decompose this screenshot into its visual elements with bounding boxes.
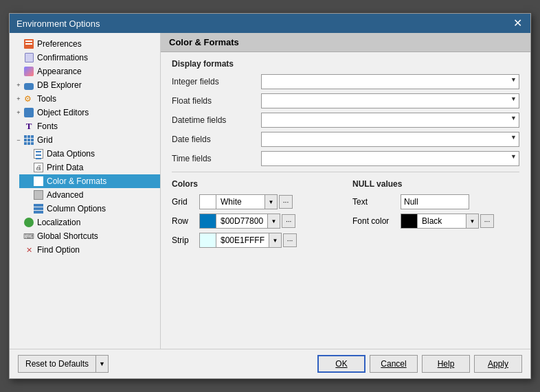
section-header: Color & Formats bbox=[161, 33, 530, 52]
grid-color-ellipsis-btn[interactable]: ··· bbox=[279, 195, 293, 209]
null-font-color-selector[interactable]: Black ▼ bbox=[401, 214, 479, 229]
datetime-fields-select[interactable] bbox=[261, 113, 519, 128]
expand-spacer bbox=[23, 163, 33, 172]
expand-spacer bbox=[23, 204, 33, 214]
sidebar-item-preferences[interactable]: Preferences bbox=[10, 37, 160, 51]
display-formats-title: Display formats bbox=[172, 59, 519, 69]
help-button[interactable]: Help bbox=[422, 355, 470, 373]
find-option-icon: ✕ bbox=[23, 244, 34, 255]
expand-spacer bbox=[14, 67, 23, 76]
null-values-title: NULL values bbox=[352, 179, 519, 189]
action-buttons: OK Cancel Help Apply bbox=[317, 355, 522, 373]
date-fields-select[interactable] bbox=[261, 132, 519, 147]
sidebar-item-appearance[interactable]: Appearance bbox=[10, 65, 160, 78]
sidebar-item-object-editors[interactable]: + Object Editors bbox=[10, 106, 160, 119]
sidebar-item-column-options[interactable]: Column Options bbox=[19, 202, 160, 216]
grid-icon bbox=[23, 135, 34, 146]
sidebar-item-db-explorer[interactable]: + DB Explorer bbox=[10, 78, 160, 92]
sidebar-item-tools[interactable]: + Tools bbox=[10, 92, 160, 106]
null-text-input[interactable] bbox=[401, 194, 469, 209]
time-fields-select[interactable] bbox=[261, 151, 519, 166]
null-font-color-row: Font color Black ▼ ··· bbox=[352, 214, 519, 229]
null-font-color-ellipsis-btn[interactable]: ··· bbox=[480, 214, 494, 228]
reset-dropdown-button[interactable]: ▼ bbox=[96, 355, 109, 373]
float-fields-select[interactable] bbox=[261, 93, 519, 108]
title-bar: Environment Options ✕ bbox=[10, 14, 530, 33]
grid-color-name: White bbox=[216, 197, 265, 207]
null-font-color-box bbox=[401, 214, 418, 228]
integer-fields-row: Integer fields bbox=[172, 74, 519, 89]
grid-color-selector[interactable]: White ▼ bbox=[199, 194, 278, 209]
close-button[interactable]: ✕ bbox=[512, 18, 524, 29]
sidebar-item-color-formats[interactable]: Color & Formats bbox=[19, 174, 160, 188]
expand-spacer bbox=[14, 53, 23, 62]
colors-null-container: Colors Grid White ▼ ··· bbox=[172, 179, 519, 252]
sidebar-item-fonts[interactable]: T Fonts bbox=[10, 119, 160, 133]
ok-button[interactable]: OK bbox=[317, 355, 365, 373]
row-color-name: $00D77800 bbox=[216, 216, 267, 226]
integer-fields-label: Integer fields bbox=[172, 77, 261, 87]
right-panel: Color & Formats Display formats Integer … bbox=[161, 33, 530, 349]
float-fields-row: Float fields bbox=[172, 93, 519, 108]
datetime-fields-select-wrapper bbox=[261, 113, 519, 128]
strip-color-row: Strip $00E1FFFF ▼ ··· bbox=[172, 233, 339, 248]
expand-spacer bbox=[14, 122, 23, 131]
divider bbox=[172, 172, 519, 172]
reset-btn-wrapper: Reset to Defaults ▼ bbox=[18, 355, 109, 373]
row-color-row: Row $00D77800 ▼ ··· bbox=[172, 214, 339, 229]
grid-color-dropdown-btn[interactable]: ▼ bbox=[265, 195, 277, 209]
appearance-icon bbox=[23, 66, 34, 77]
tools-icon bbox=[23, 93, 34, 104]
expand-icon-tools: + bbox=[14, 94, 23, 104]
row-color-dropdown-btn[interactable]: ▼ bbox=[267, 214, 280, 228]
sidebar-item-confirmations[interactable]: Confirmations bbox=[10, 51, 160, 65]
sidebar-item-label: Localization bbox=[37, 218, 80, 227]
row-color-selector[interactable]: $00D77800 ▼ bbox=[199, 214, 280, 229]
expand-spacer bbox=[14, 231, 23, 241]
sidebar-item-label: Advanced bbox=[47, 190, 83, 200]
time-fields-row: Time fields bbox=[172, 151, 519, 166]
date-fields-row: Date fields bbox=[172, 132, 519, 147]
row-color-ellipsis-btn[interactable]: ··· bbox=[282, 214, 295, 228]
apply-button[interactable]: Apply bbox=[474, 355, 522, 373]
sidebar-item-advanced[interactable]: Advanced bbox=[19, 188, 160, 202]
reset-to-defaults-button[interactable]: Reset to Defaults bbox=[18, 355, 96, 373]
integer-fields-select[interactable] bbox=[261, 74, 519, 89]
expand-spacer bbox=[14, 245, 23, 255]
expand-spacer bbox=[14, 39, 23, 49]
environment-options-dialog: Environment Options ✕ Preferences bbox=[9, 13, 531, 379]
sidebar-item-label: Grid bbox=[37, 135, 53, 145]
row-color-label: Row bbox=[172, 216, 199, 226]
sidebar-item-global-shortcuts[interactable]: ⌨ Global Shortcuts bbox=[10, 229, 160, 243]
sidebar-item-print-data[interactable]: 🖨 Print Data bbox=[19, 161, 160, 174]
strip-color-dropdown-btn[interactable]: ▼ bbox=[269, 233, 281, 247]
sidebar-item-label: DB Explorer bbox=[37, 80, 82, 90]
fonts-icon: T bbox=[23, 121, 34, 132]
null-text-row: Text bbox=[352, 194, 519, 209]
date-fields-select-wrapper bbox=[261, 132, 519, 147]
sidebar-item-grid[interactable]: − Grid bbox=[10, 133, 160, 147]
print-data-icon: 🖨 bbox=[33, 162, 44, 173]
expand-spacer bbox=[23, 149, 33, 159]
strip-color-selector[interactable]: $00E1FFFF ▼ bbox=[199, 233, 282, 248]
colors-section: Colors Grid White ▼ ··· bbox=[172, 179, 339, 252]
column-options-icon bbox=[33, 203, 44, 214]
datetime-fields-label: Datetime fields bbox=[172, 115, 261, 125]
data-options-icon bbox=[33, 148, 44, 159]
null-font-color-dropdown-btn[interactable]: ▼ bbox=[466, 214, 478, 228]
date-fields-label: Date fields bbox=[172, 135, 261, 144]
datetime-fields-row: Datetime fields bbox=[172, 113, 519, 128]
integer-fields-select-wrapper bbox=[261, 74, 519, 89]
color-formats-icon bbox=[33, 176, 44, 187]
cancel-button[interactable]: Cancel bbox=[370, 355, 418, 373]
sidebar-item-localization[interactable]: Localization bbox=[10, 216, 160, 229]
sidebar-item-label: Preferences bbox=[37, 39, 82, 49]
strip-color-ellipsis-btn[interactable]: ··· bbox=[283, 233, 297, 247]
sidebar-item-find-option[interactable]: ✕ Find Option bbox=[10, 243, 160, 257]
sidebar-item-data-options[interactable]: Data Options bbox=[19, 147, 160, 161]
strip-color-name: $00E1FFFF bbox=[216, 235, 269, 245]
grid-color-box bbox=[200, 195, 216, 209]
null-font-color-name: Black bbox=[418, 216, 466, 226]
left-panel: Preferences Confirmations Appear bbox=[10, 33, 161, 349]
expand-spacer bbox=[23, 176, 33, 186]
